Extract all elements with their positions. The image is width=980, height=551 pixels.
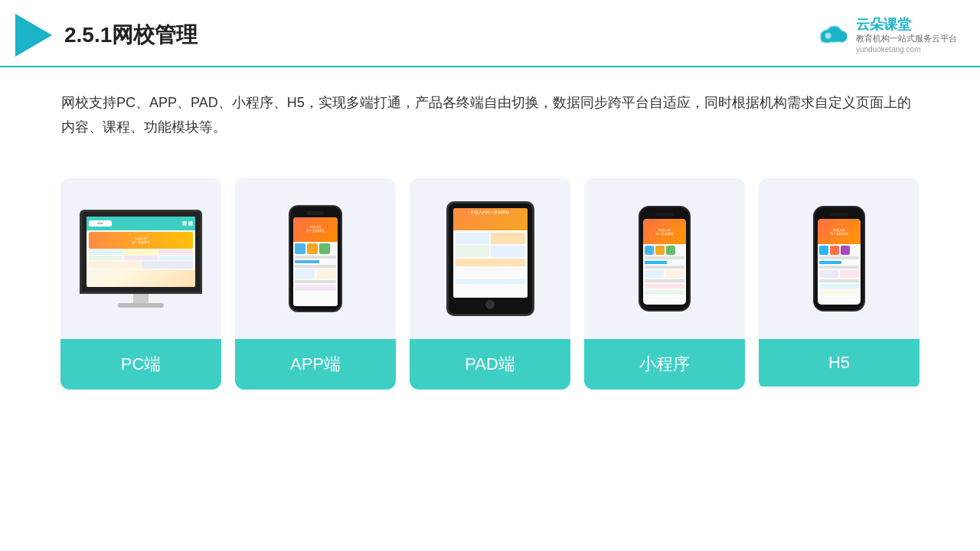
brand-tagline: 教育机构一站式服务云平台 [856, 33, 957, 44]
brand-url: yunduoketang.com [856, 45, 957, 54]
card-pad: 职进人的第一堂刷课程 PAD端 [410, 178, 570, 390]
card-app: 职进人的第一堂刷课程 [235, 178, 396, 390]
pc-mockup: iGet 职进人的第一堂刷课程 [80, 210, 202, 308]
svg-rect-7 [822, 37, 844, 41]
pad-tablet-mockup: 职进人的第一堂刷课程 [446, 201, 534, 316]
description-paragraph: 网校支持PC、APP、PAD、小程序、H5，实现多端打通，产品各终端自由切换，数… [61, 90, 919, 140]
card-pad-label: PAD端 [410, 339, 570, 390]
h5-phone-mockup: 职进人的第一堂刷课程 [813, 206, 865, 311]
description-text: 网校支持PC、APP、PAD、小程序、H5，实现多端打通，产品各终端自由切换，数… [0, 67, 980, 148]
card-app-label: APP端 [235, 339, 396, 390]
header-left: 2.5.1网校管理 [15, 14, 198, 57]
card-h5-label: H5 [759, 339, 920, 386]
brand-logo: 云朵课堂 教育机构一站式服务云平台 yunduoketang.com [815, 18, 957, 54]
page-header: 2.5.1网校管理 云朵课堂 教育机构一站式服务云平台 yunduoketang… [0, 0, 980, 67]
card-pc-image: iGet 职进人的第一堂刷课程 [60, 178, 221, 339]
cards-container: iGet 职进人的第一堂刷课程 [0, 155, 980, 412]
miniprogram-phone-mockup: 职进人的第一堂刷课程 [639, 206, 691, 311]
cloud-icon [815, 23, 851, 47]
card-miniprogram: 职进人的第一堂刷课程 [584, 178, 745, 390]
card-miniprogram-image: 职进人的第一堂刷课程 [584, 178, 745, 339]
card-app-image: 职进人的第一堂刷课程 [235, 178, 396, 339]
app-phone-mockup: 职进人的第一堂刷课程 [289, 205, 342, 312]
brand-name: 云朵课堂 [856, 18, 957, 31]
card-pc-label: PC端 [60, 339, 221, 390]
card-h5-image: 职进人的第一堂刷课程 [759, 178, 920, 339]
card-pad-image: 职进人的第一堂刷课程 [410, 178, 570, 339]
card-miniprogram-label: 小程序 [584, 339, 745, 390]
svg-point-8 [825, 33, 831, 39]
card-pc: iGet 职进人的第一堂刷课程 [60, 178, 221, 390]
logo-triangle-icon [15, 14, 52, 57]
page-title: 2.5.1网校管理 [64, 21, 198, 50]
header-right: 云朵课堂 教育机构一站式服务云平台 yunduoketang.com [815, 18, 957, 54]
card-h5: 职进人的第一堂刷课程 [759, 178, 920, 390]
